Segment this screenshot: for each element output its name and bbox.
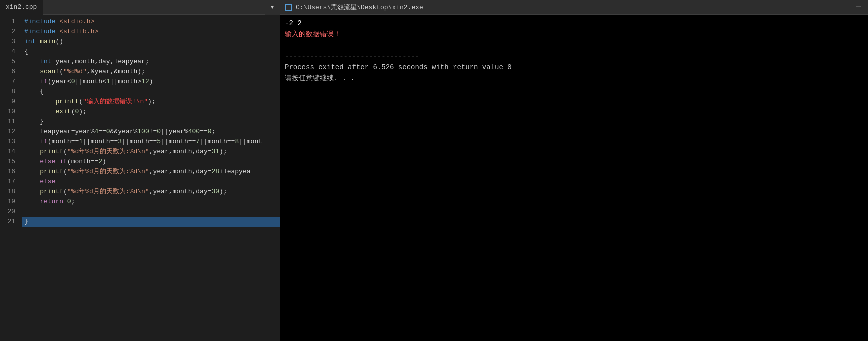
ln-16: 16 [0,167,18,177]
code-line-14: printf("%d年%d月的天数为:%d\n",year,month,day=… [22,147,280,157]
terminal-line-6: 请按任意键继续. . . [285,73,863,84]
code-line-1: #include <stdio.h> [22,17,280,27]
ln-19: 19 [0,197,18,207]
code-line-19: return 0; [22,197,280,207]
terminal-icon [285,4,292,11]
ln-3: 3 [0,37,18,47]
ln-6: 6 [0,67,18,77]
code-line-10: exit(0); [22,107,280,117]
code-area: 1 2 3 4□ 5 6 7 8□ 9 10 11 12 13 14 15 16… [0,15,280,341]
ln-15: 15 [0,157,18,167]
code-line-20 [22,207,280,217]
terminal-line-2: 输入的数据错误！ [285,29,863,40]
code-line-13: if(month==1||month==3||month==5||month==… [22,137,280,147]
terminal-line-5: Process exited after 6.526 seconds with … [285,62,863,73]
ln-20: 20 [0,207,18,217]
editor-panel: xin2.cpp ▼ 1 2 3 4□ 5 6 7 8□ 9 10 11 12 … [0,0,280,341]
ln-2: 2 [0,27,18,37]
terminal-line-4: -------------------------------- [285,51,863,62]
minimize-button[interactable]: ─ [854,3,863,12]
code-line-9: printf("输入的数据错误!\n"); [22,97,280,107]
code-line-18: printf("%d年%d月的天数为:%d\n",year,month,day=… [22,187,280,197]
ln-13: 13 [0,137,18,147]
ln-10: 10 [0,107,18,117]
terminal-title-text: C:\Users\咒怨流星\Desktop\xin2.exe [296,3,424,12]
ln-14: 14 [0,147,18,157]
code-line-7: if(year<0||month<1||month>12) [22,77,280,87]
terminal-line-3 [285,40,863,51]
code-line-8: { [22,87,280,97]
code-line-6: scanf("%d%d",&year,&month); [22,67,280,77]
code-line-3: int main() [22,37,280,47]
code-line-4: { [22,47,280,57]
tab-xin2cpp[interactable]: xin2.cpp [0,0,44,15]
code-content[interactable]: #include <stdio.h> #include <stdlib.h> i… [22,15,280,341]
code-line-17: else [22,177,280,187]
ln-12: 12 [0,127,18,137]
ln-7: 7 [0,77,18,87]
ln-17: 17 [0,177,18,187]
terminal-panel: C:\Users\咒怨流星\Desktop\xin2.exe ─ -2 2 输入… [280,0,868,341]
ln-8: 8□ [0,87,18,97]
code-line-21: } [22,217,280,227]
terminal-line-1: -2 2 [285,18,863,29]
line-numbers: 1 2 3 4□ 5 6 7 8□ 9 10 11 12 13 14 15 16… [0,15,22,341]
terminal-title: C:\Users\咒怨流星\Desktop\xin2.exe [285,3,424,12]
code-line-16: printf("%d年%d月的天数为:%d\n",year,month,day=… [22,167,280,177]
ln-11: 11 [0,117,18,127]
terminal-controls: ─ [854,3,863,12]
code-line-12: leapyear=year%4==0&&year%100!=0||year%40… [22,127,280,137]
code-line-2: #include <stdlib.h> [22,27,280,37]
terminal-titlebar: C:\Users\咒怨流星\Desktop\xin2.exe ─ [280,0,868,15]
tab-dropdown[interactable]: ▼ [265,0,280,15]
tab-bar: xin2.cpp ▼ [0,0,280,15]
terminal-body[interactable]: -2 2 输入的数据错误！ --------------------------… [280,15,868,341]
ln-4: 4□ [0,47,18,57]
code-line-5: int year,month,day,leapyear; [22,57,280,67]
ln-1: 1 [0,17,18,27]
ln-9: 9 [0,97,18,107]
code-line-11: } [22,117,280,127]
ln-18: 18 [0,187,18,197]
ln-21: 21 [0,217,18,227]
code-line-15: else if(month==2) [22,157,280,167]
ln-5: 5 [0,57,18,67]
